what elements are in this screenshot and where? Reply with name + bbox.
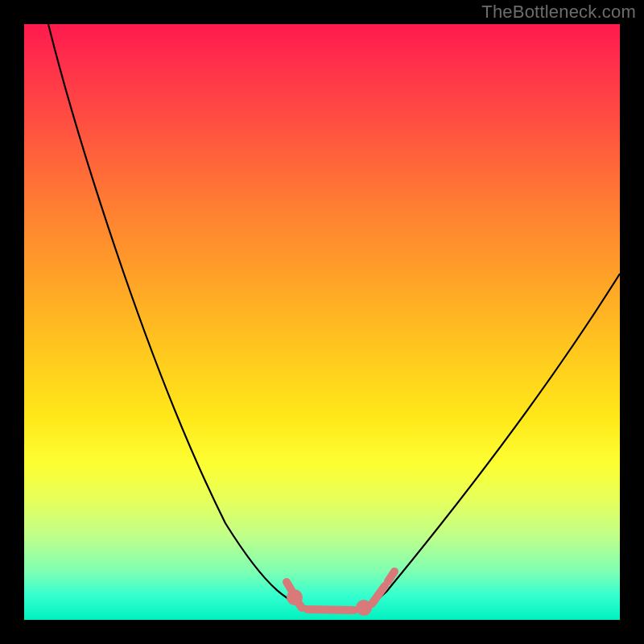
- optimal-zone-markers: [287, 572, 394, 612]
- bottleneck-curve-path: [48, 24, 620, 610]
- svg-line-0: [287, 582, 291, 590]
- plot-area: [24, 24, 620, 620]
- svg-line-6: [388, 572, 394, 581]
- svg-point-4: [360, 604, 368, 612]
- curve-layer: [24, 24, 620, 620]
- svg-line-3: [308, 609, 354, 610]
- chart-frame: TheBottleneck.com: [0, 0, 644, 644]
- svg-line-2: [298, 602, 302, 608]
- svg-line-5: [372, 586, 385, 604]
- attribution-label: TheBottleneck.com: [481, 2, 636, 23]
